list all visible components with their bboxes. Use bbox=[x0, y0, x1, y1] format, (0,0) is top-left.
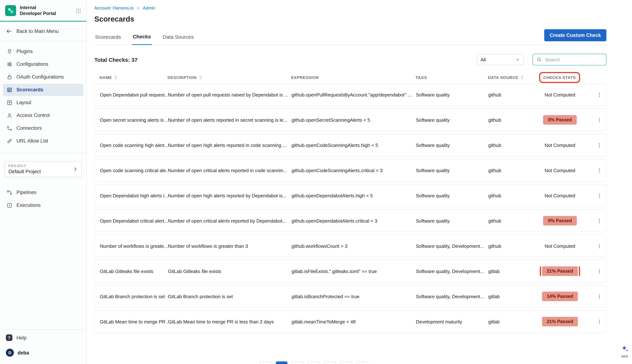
sidebar-item-connectors[interactable]: Connectors bbox=[3, 122, 83, 134]
sidebar-item-label: Executions bbox=[17, 202, 41, 208]
app-switcher-icon[interactable] bbox=[76, 8, 81, 14]
row-menu-button[interactable] bbox=[592, 159, 607, 181]
annotation-highlight: 21% Passed bbox=[540, 266, 580, 276]
sidebar-item-configurations[interactable]: Configurations bbox=[3, 58, 83, 70]
row-menu-button[interactable] bbox=[592, 286, 607, 307]
check-stats: Not Computed bbox=[528, 142, 592, 148]
user-menu[interactable]: D deba bbox=[0, 346, 86, 364]
back-arrow-icon bbox=[6, 28, 12, 34]
sort-icon bbox=[198, 75, 202, 80]
column-header-description[interactable]: DESCRIPTION bbox=[168, 75, 291, 80]
person-icon bbox=[7, 112, 13, 118]
tab-data-sources[interactable]: Data Sources bbox=[162, 34, 194, 44]
search-input[interactable] bbox=[544, 56, 602, 63]
check-data-source: github bbox=[488, 218, 528, 224]
check-stats: 0% Passed bbox=[528, 115, 592, 124]
check-stats: 21% Passed bbox=[528, 317, 592, 326]
check-stats: Not Computed bbox=[528, 193, 592, 198]
sidebar-item-label: OAuth Configurations bbox=[17, 74, 64, 80]
stats-badge: 0% Passed bbox=[543, 115, 577, 124]
sidebar-nav-secondary: Pipelines Executions bbox=[0, 186, 86, 212]
breadcrumb-admin-link[interactable]: Admin bbox=[143, 6, 155, 10]
annotation-highlight: CHECKS STATS bbox=[539, 72, 580, 83]
check-name: GitLab Branch protection is set bbox=[95, 294, 168, 299]
check-tags: Software quality bbox=[416, 92, 488, 98]
pagination-page-button[interactable]: 4 bbox=[324, 362, 336, 364]
check-tags: Software quality bbox=[416, 193, 488, 198]
check-description: GitLab Mean time to merge PR is less tha… bbox=[168, 319, 291, 324]
pagination-next-button[interactable] bbox=[356, 362, 368, 364]
checks-table: Open Dependabot pull request... Number o… bbox=[94, 83, 606, 333]
check-description: Number of workflows is greater than 3 bbox=[168, 243, 291, 249]
chevron-right-icon bbox=[73, 166, 78, 172]
row-menu-button[interactable] bbox=[592, 210, 607, 232]
sidebar-header: Internal Developer Portal bbox=[0, 0, 86, 22]
check-name: Open Dependabot pull request... bbox=[95, 92, 168, 98]
scorecards-icon bbox=[7, 87, 13, 93]
plugins-icon bbox=[7, 48, 13, 54]
help-button[interactable]: ? Help bbox=[0, 329, 86, 346]
chevron-right-icon bbox=[136, 6, 140, 10]
sidebar-item-oauth-configurations[interactable]: OAuth Configurations bbox=[3, 71, 83, 83]
check-data-source: github bbox=[488, 117, 528, 122]
table-row[interactable]: Number of workflows is greate... Number … bbox=[94, 235, 606, 257]
aida-assistant-button[interactable]: AIDA bbox=[620, 344, 629, 358]
table-row[interactable]: GitLab Gitleaks file exists GitLab Gitle… bbox=[94, 260, 606, 282]
row-menu-button[interactable] bbox=[592, 260, 607, 282]
project-selector[interactable]: PROJECT Default Project bbox=[5, 161, 82, 177]
tab-scorecards[interactable]: Scorecards bbox=[94, 34, 122, 44]
table-row[interactable]: GitLab Branch protection is set GitLab B… bbox=[94, 285, 606, 308]
row-menu-button[interactable] bbox=[592, 134, 607, 156]
row-menu-button[interactable] bbox=[592, 311, 607, 332]
check-stats: 21% Passed bbox=[528, 266, 592, 276]
row-menu-button[interactable] bbox=[592, 84, 607, 106]
sidebar-item-pipelines[interactable]: Pipelines bbox=[3, 186, 83, 199]
sidebar-item-layout[interactable]: Layout bbox=[3, 96, 83, 109]
table-row[interactable]: Open code scanning critical ale... Numbe… bbox=[94, 159, 606, 182]
pagination-page-button[interactable]: 1 bbox=[276, 362, 287, 364]
lock-icon bbox=[7, 74, 13, 80]
row-menu-button[interactable] bbox=[592, 109, 607, 131]
pipelines-icon bbox=[7, 190, 13, 195]
help-label: Help bbox=[17, 335, 27, 340]
breadcrumb-account-link[interactable]: Account: Harness.io bbox=[94, 6, 134, 10]
avatar: D bbox=[6, 349, 14, 357]
sidebar-item-plugins[interactable]: Plugins bbox=[3, 45, 83, 58]
sidebar-item-label: Connectors bbox=[17, 125, 42, 131]
row-menu-button[interactable] bbox=[592, 235, 607, 257]
user-name: deba bbox=[18, 350, 29, 356]
sidebar-item-url-allow-list[interactable]: URL Allow List bbox=[3, 135, 83, 147]
sidebar-item-label: Plugins bbox=[17, 48, 33, 54]
table-row[interactable]: Open Dependabot critical alert... Number… bbox=[94, 210, 606, 232]
table-row[interactable]: Open Dependabot pull request... Number o… bbox=[94, 83, 606, 106]
table-row[interactable]: Open code scanning high alert... Number … bbox=[94, 134, 606, 156]
tab-checks[interactable]: Checks bbox=[132, 34, 152, 45]
sort-icon bbox=[520, 75, 524, 80]
executions-icon bbox=[7, 202, 13, 208]
check-expression: github.openSecretScanningAlerts < 5 bbox=[291, 117, 416, 122]
table-row[interactable]: Open secret scanning alerts is ... Numbe… bbox=[94, 108, 606, 131]
row-menu-button[interactable] bbox=[592, 184, 607, 206]
pagination-page-button[interactable]: 5 bbox=[340, 362, 352, 364]
filter-dropdown[interactable]: All bbox=[477, 54, 524, 65]
check-data-source: gitlab bbox=[488, 268, 528, 274]
sidebar-item-scorecards[interactable]: Scorecards bbox=[3, 84, 83, 96]
tab-bar: Scorecards Checks Data Sources Create Cu… bbox=[94, 29, 606, 45]
sidebar-item-label: Scorecards bbox=[17, 87, 43, 92]
sidebar-item-executions[interactable]: Executions bbox=[3, 199, 83, 212]
pagination-prev-button[interactable] bbox=[260, 362, 271, 364]
table-row[interactable]: GitLab Mean time to merge PR ... GitLab … bbox=[94, 310, 606, 333]
table-row[interactable]: Open Dependabot high alerts i... Number … bbox=[94, 184, 606, 207]
column-header-name[interactable]: NAME bbox=[94, 75, 168, 80]
app-title: Internal Developer Portal bbox=[20, 5, 59, 17]
main-content: Account: Harness.io Admin Scorecards Sco… bbox=[87, 0, 632, 364]
sidebar-item-access-control[interactable]: Access Control bbox=[3, 109, 83, 122]
pagination-page-button[interactable]: 2 bbox=[292, 362, 303, 364]
check-expression: gitlab.isFileExists.".gitleaks.toml" == … bbox=[291, 268, 416, 274]
back-to-main-menu[interactable]: Back to Main Menu bbox=[0, 22, 86, 41]
check-description: GitLab Branch protection is set bbox=[168, 294, 291, 299]
create-custom-check-button[interactable]: Create Custom Check bbox=[544, 29, 606, 41]
configurations-icon bbox=[7, 61, 13, 67]
pagination-page-button[interactable]: 3 bbox=[308, 362, 320, 364]
column-header-data-source[interactable]: DATA SOURCE bbox=[488, 75, 527, 80]
